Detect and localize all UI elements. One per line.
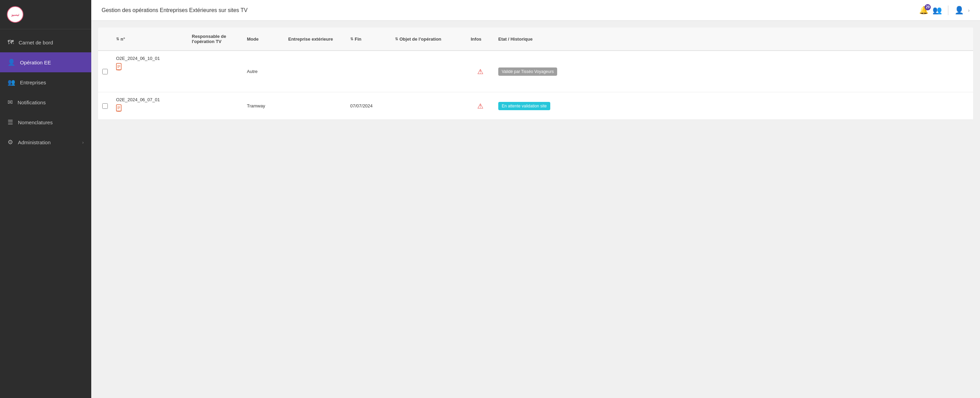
row1-numero-cell[interactable]: O2E_2024_06_10_01 PDF	[112, 51, 188, 92]
row1-number: O2E_2024_06_10_01	[116, 56, 160, 61]
sort-icon: ⇅	[116, 37, 119, 41]
row2-status-cell: En attente validation site	[494, 92, 563, 119]
th-fin[interactable]: ⇅ Fin	[346, 31, 391, 47]
user-chevron-icon[interactable]: ›	[968, 8, 970, 13]
nomenclatures-icon: ☰	[8, 118, 13, 126]
user-icon[interactable]: 👤	[955, 6, 964, 15]
sidebar-item-notifications[interactable]: ✉ Notifications	[0, 92, 91, 112]
row2-responsable-cell	[188, 92, 243, 119]
table-header: ⇅ n° Responsable de l'opération TV Mode …	[98, 27, 973, 51]
row2-number: O2E_2024_06_07_01	[116, 97, 160, 102]
th-numero[interactable]: ⇅ n°	[112, 31, 188, 47]
pdf-file-icon: PDF	[116, 104, 123, 113]
th-entreprise: Entreprise extérieure	[284, 31, 346, 47]
row1-pdf-button[interactable]: PDF	[116, 63, 123, 71]
app-logo: تيسيو	[7, 6, 24, 23]
row1-checkbox-cell[interactable]	[98, 51, 112, 92]
sidebar-item-label: Entreprises	[20, 80, 46, 85]
sidebar-item-entreprises[interactable]: 👥 Entreprises	[0, 72, 91, 92]
svg-text:PDF: PDF	[117, 110, 121, 112]
users-icon[interactable]: 👥	[932, 6, 942, 15]
table-row: O2E_2024_06_10_01 PDF Autre	[98, 51, 973, 92]
row1-infos-cell: ⚠	[466, 51, 494, 92]
sidebar-nav: 🗺 Carnet de bord 👤 Opération EE 👥 Entrep…	[0, 29, 91, 398]
administration-icon: ⚙	[8, 139, 13, 146]
row2-infos-cell: ⚠	[466, 92, 494, 119]
pdf-file-icon: PDF	[116, 63, 123, 71]
row2-numero-cell[interactable]: O2E_2024_06_07_01 PDF	[112, 92, 188, 119]
page-title: Gestion des opérations Entreprises Extér…	[102, 7, 248, 13]
sidebar-item-carnet[interactable]: 🗺 Carnet de bord	[0, 33, 91, 53]
topbar-divider	[948, 5, 948, 15]
chevron-right-icon: ›	[82, 140, 84, 145]
notifications-button[interactable]: 🔔 29	[919, 6, 928, 15]
row2-objet-cell	[391, 92, 466, 119]
th-checkbox	[98, 31, 112, 47]
row2-fin: 07/07/2024	[350, 103, 372, 108]
svg-text:PDF: PDF	[117, 69, 121, 71]
th-etat: Etat / Historique	[494, 31, 563, 47]
sidebar: تيسيو 🗺 Carnet de bord 👤 Opération EE 👥 …	[0, 0, 91, 398]
row2-checkbox-cell[interactable]	[98, 92, 112, 119]
row1-checkbox[interactable]	[102, 69, 108, 74]
topbar-actions: 🔔 29 👥 👤 ›	[919, 5, 970, 15]
sidebar-item-administration[interactable]: ⚙ Administration ›	[0, 132, 91, 152]
row2-pdf-button[interactable]: PDF	[116, 104, 123, 113]
row1-status-badge: Validé par Tisséo Voyageurs	[498, 67, 557, 76]
row1-warning-icon: ⚠	[477, 67, 484, 76]
th-objet[interactable]: ⇅ Objet de l'opération	[391, 31, 466, 47]
row1-objet-cell	[391, 51, 466, 92]
row2-entreprise-cell	[284, 92, 346, 119]
notifications-icon: ✉	[8, 99, 13, 106]
row1-mode-cell: Autre	[243, 51, 284, 92]
operations-table: ⇅ n° Responsable de l'opération TV Mode …	[98, 27, 973, 120]
th-mode: Mode	[243, 31, 284, 47]
th-responsable: Responsable de l'opération TV	[188, 31, 243, 47]
row2-status-badge: En attente validation site	[498, 102, 550, 110]
row1-fin-cell	[346, 51, 391, 92]
row2-checkbox[interactable]	[102, 103, 108, 109]
sidebar-item-label: Notifications	[18, 100, 46, 105]
fin-sort-icon: ⇅	[350, 37, 353, 41]
main-area: Gestion des opérations Entreprises Extér…	[91, 0, 980, 398]
map-icon: 🗺	[8, 39, 14, 46]
sidebar-item-label: Nomenclatures	[18, 119, 52, 125]
sidebar-item-nomenclatures[interactable]: ☰ Nomenclatures	[0, 112, 91, 132]
sidebar-item-operation[interactable]: 👤 Opération EE	[0, 53, 91, 72]
entreprises-icon: 👥	[8, 78, 15, 86]
objet-sort-icon: ⇅	[395, 37, 398, 41]
sidebar-item-label: Administration	[18, 139, 51, 145]
row2-fin-cell: 07/07/2024	[346, 92, 391, 119]
notification-badge: 29	[924, 4, 931, 10]
row2-warning-icon: ⚠	[477, 102, 484, 110]
sidebar-item-label: Opération EE	[20, 60, 51, 65]
row2-mode: Tramway	[247, 103, 265, 108]
sidebar-item-label: Carnet de bord	[19, 40, 53, 45]
table-row: O2E_2024_06_07_01 PDF Tramway	[98, 92, 973, 120]
row1-entreprise-cell	[284, 51, 346, 92]
th-infos: Infos	[466, 31, 494, 47]
row2-mode-cell: Tramway	[243, 92, 284, 119]
operation-icon: 👤	[8, 59, 15, 66]
row1-mode: Autre	[247, 69, 258, 74]
row1-status-cell: Validé par Tisséo Voyageurs	[494, 51, 563, 92]
topbar: Gestion des opérations Entreprises Extér…	[91, 0, 980, 21]
content-area: ⇅ n° Responsable de l'opération TV Mode …	[91, 21, 980, 398]
sidebar-logo: تيسيو	[0, 0, 91, 29]
row1-responsable-cell	[188, 51, 243, 92]
